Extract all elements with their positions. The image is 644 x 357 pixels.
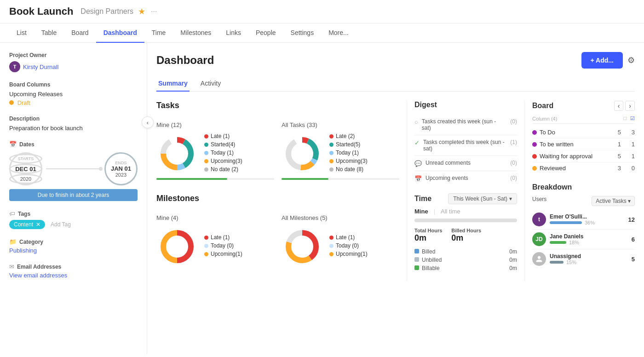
board-col-checkbox-checked[interactable]: ☑ bbox=[630, 115, 635, 121]
nav-tabs: List Table Board Dashboard Time Mileston… bbox=[0, 23, 644, 43]
tab-table[interactable]: Table bbox=[34, 23, 64, 43]
draft-dot bbox=[9, 100, 14, 105]
digest-item-events: 📅 Upcoming events (0) bbox=[414, 171, 517, 186]
user-pct-unassigned: 15% bbox=[566, 259, 576, 265]
user-count-jane: 6 bbox=[626, 236, 635, 243]
time-filter[interactable]: This Week (Sun - Sat) ▾ bbox=[448, 193, 517, 204]
settings-gear-icon[interactable]: ⚙ bbox=[627, 55, 635, 65]
tab-settings[interactable]: Settings bbox=[283, 23, 322, 43]
events-icon: 📅 bbox=[414, 175, 422, 182]
board-panel-title: Board ‹ › bbox=[532, 101, 635, 111]
all-milestones-donut bbox=[282, 226, 323, 267]
user-avatar-jane: JD bbox=[532, 232, 546, 246]
time-tab-alltime[interactable]: All time bbox=[441, 208, 460, 215]
board-item-waiting: Waiting for approval 5 1 bbox=[532, 150, 635, 162]
user-info-emer: Emer O'Sulli... 36% bbox=[550, 213, 622, 225]
start-date[interactable]: Starts DEC 01 2020 bbox=[9, 152, 42, 185]
chevron-down-icon: ▾ bbox=[509, 196, 512, 202]
digest-item-comments: 💬 Unread comments (0) bbox=[414, 156, 517, 171]
user-bar-row-jane: 18% bbox=[550, 240, 622, 245]
collapse-sidebar-btn[interactable]: ‹ bbox=[142, 116, 154, 128]
tag-content[interactable]: Content ✕ bbox=[9, 220, 45, 229]
left-panels: Tasks Mine (12) bbox=[156, 101, 399, 281]
due-badge: Due to finish in about 2 years bbox=[9, 189, 138, 201]
tab-board[interactable]: Board bbox=[64, 23, 96, 43]
user-bar-unassigned bbox=[550, 261, 564, 264]
category-label: Category bbox=[19, 239, 43, 245]
all-tasks-legend: Late (2) Started(5) Today (1) Upcoming(3… bbox=[329, 133, 368, 174]
board-prev-btn[interactable]: ‹ bbox=[614, 101, 624, 111]
description-section: Description Preparation for book launch bbox=[9, 115, 138, 132]
tab-dashboard[interactable]: Dashboard bbox=[96, 23, 144, 43]
add-button[interactable]: + Add... bbox=[581, 52, 623, 69]
star-icon[interactable]: ★ bbox=[138, 6, 145, 17]
breakdown-user-jane: JD Jane Daniels 18% 6 bbox=[532, 230, 635, 249]
tasks-title: Tasks bbox=[156, 101, 399, 110]
tasks-row: Mine (12) bbox=[156, 117, 399, 184]
tab-people[interactable]: People bbox=[248, 23, 283, 43]
mine-milestones-donut bbox=[156, 226, 198, 267]
user-bar-jane bbox=[550, 241, 566, 244]
category-value[interactable]: Publishing bbox=[9, 247, 138, 254]
time-title: Time bbox=[414, 195, 431, 203]
total-hours-label: Total Hours bbox=[414, 228, 442, 233]
all-tasks-label: All Tasks (33) bbox=[282, 121, 399, 128]
billed-hours: Billed Hours 0m bbox=[451, 228, 481, 243]
dates-section: 📅 Dates Starts DEC 01 2020 Ends JAN 01 2… bbox=[9, 141, 138, 201]
folder-icon: 📁 bbox=[9, 238, 17, 245]
mine-milestones-card: Mine (4) Late (1) Today (0) Upcoming(1) bbox=[156, 210, 274, 272]
tab-list[interactable]: List bbox=[9, 23, 34, 43]
tab-time[interactable]: Time bbox=[144, 23, 173, 43]
board-columns-label: Board Columns bbox=[9, 81, 138, 88]
mine-milestones-donut-wrapper: Late (1) Today (0) Upcoming(1) bbox=[156, 226, 274, 267]
user-name-jane: Jane Daniels bbox=[550, 233, 622, 240]
time-detail-billed: Billed 0m bbox=[414, 248, 517, 255]
tab-links[interactable]: Links bbox=[218, 23, 248, 43]
time-detail-unbilled: Unbilled 0m bbox=[414, 257, 517, 263]
breakdown-user-unassigned: Unassigned 15% 5 bbox=[532, 249, 635, 269]
breakdown-title: Breakdown bbox=[532, 183, 635, 191]
draft-label[interactable]: Draft bbox=[17, 99, 30, 106]
user-avatar-emer: t bbox=[532, 213, 546, 226]
chevron-down-icon: ▾ bbox=[628, 198, 631, 204]
add-tag[interactable]: Add Tag bbox=[51, 221, 71, 228]
all-milestones-label: All Milestones (5) bbox=[282, 214, 399, 221]
tab-milestones[interactable]: Milestones bbox=[173, 23, 218, 43]
all-tasks-card: All Tasks (33) Late ( bbox=[282, 117, 399, 184]
email-label: Email Addresses bbox=[17, 264, 61, 270]
email-link[interactable]: View email addresses bbox=[9, 272, 138, 279]
time-tab-mine[interactable]: Mine bbox=[414, 208, 428, 215]
board-next-btn[interactable]: › bbox=[625, 101, 635, 111]
board-item-todo: To Do 5 3 bbox=[532, 127, 635, 138]
board-header-row: Column (4) □ ☑ bbox=[532, 115, 635, 124]
mine-tasks-card: Mine (12) bbox=[156, 117, 274, 184]
description-label: Description bbox=[9, 115, 138, 122]
panels-row: Tasks Mine (12) bbox=[156, 101, 635, 281]
tab-more[interactable]: More... bbox=[321, 23, 356, 43]
board-col-checkbox-empty[interactable]: □ bbox=[623, 115, 627, 121]
user-bar-row-unassigned: 15% bbox=[550, 259, 622, 265]
tag-remove[interactable]: ✕ bbox=[36, 221, 40, 228]
tags-label: Tags bbox=[18, 211, 30, 217]
circle-icon: ○ bbox=[414, 119, 418, 126]
header-actions: + Add... ⚙ bbox=[581, 52, 635, 69]
breakdown-header: Users Active Tasks ▾ bbox=[532, 196, 635, 206]
mine-tasks-label: Mine (12) bbox=[156, 121, 274, 128]
breakdown-filter-btn[interactable]: Active Tasks ▾ bbox=[592, 196, 635, 206]
tab-activity[interactable]: Activity bbox=[199, 76, 223, 92]
digest-panel: Digest ○ Tasks created this week (sun - … bbox=[414, 101, 517, 186]
project-title: Book Launch bbox=[9, 6, 73, 17]
far-right-panel: Board ‹ › Column (4) □ ☑ bbox=[524, 101, 635, 281]
mine-tasks-donut-wrapper: Late (1) Started(4) Today (1) Upcoming(3… bbox=[156, 133, 274, 174]
end-date[interactable]: Ends JAN 01 2023 bbox=[104, 152, 138, 185]
board-item-reviewed: Reviewed 3 0 bbox=[532, 162, 635, 174]
tab-summary[interactable]: Summary bbox=[156, 76, 190, 92]
dates-label: Dates bbox=[19, 141, 34, 148]
time-header: Time This Week (Sun - Sat) ▾ bbox=[414, 193, 517, 204]
tags-section: 🏷 Tags Content ✕ Add Tag bbox=[9, 210, 138, 229]
all-milestones-card: All Milestones (5) Late (1) Today (0) bbox=[282, 210, 399, 272]
owner-name[interactable]: T Kirsty Durnall bbox=[9, 61, 138, 72]
breakdown-users-label: Users bbox=[532, 196, 546, 206]
dots-icon[interactable]: ··· bbox=[151, 7, 157, 16]
all-tasks-donut-wrapper: Late (2) Started(5) Today (1) Upcoming(3… bbox=[282, 133, 399, 174]
